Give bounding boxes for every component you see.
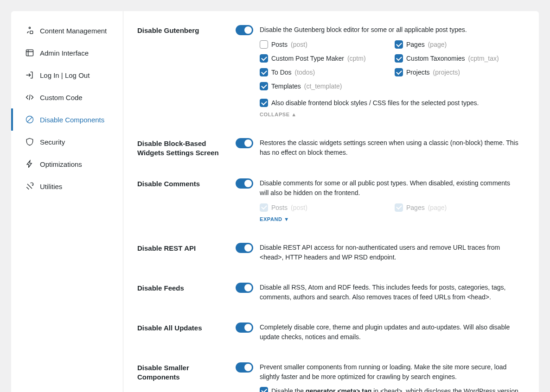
main-content: Disable Gutenberg Disable the Gutenberg … [123,11,539,392]
checkbox-generator-meta[interactable]: Disable the generator <meta> tag in <hea… [260,386,520,392]
checkbox-icon[interactable] [395,68,403,76]
content-management-icon [25,26,34,35]
checkbox-icon[interactable] [260,54,268,63]
checkbox-cptm-tax[interactable]: Custom Taxonomies (cptm_tax) [395,53,520,63]
svg-line-5 [29,95,30,100]
setting-disable-rest-api: Disable REST API Disable REST API access… [137,243,520,262]
svg-point-0 [29,27,30,29]
toggle-rest-api[interactable] [236,243,253,253]
sidebar: Content Management Admin Interface Log I… [11,11,123,392]
checkbox-disable-frontend-styles[interactable]: Also disable frontend block styles / CSS… [260,98,520,108]
sidebar-item-utilities[interactable]: Utilities [11,175,123,197]
checkbox-icon[interactable] [260,387,268,392]
sidebar-item-admin-interface[interactable]: Admin Interface [11,42,123,64]
checkbox-projects[interactable]: Projects (projects) [395,67,520,77]
checkbox-icon[interactable] [260,40,268,49]
smaller-components-list: Disable the generator <meta> tag in <hea… [260,386,520,392]
setting-title: Disable Gutenberg [137,25,226,35]
checkbox-cptm[interactable]: Custom Post Type Maker (cptm) [260,53,385,63]
custom-code-icon [25,93,34,102]
setting-block-widgets: Disable Block-Based Widgets Settings Scr… [137,138,520,158]
toggle-block-widgets[interactable] [236,138,253,148]
checkbox-templates[interactable]: Templates (ct_template) [260,81,385,91]
login-logout-icon [25,70,34,80]
expand-link[interactable]: EXPAND ▼ [260,216,289,222]
sidebar-item-label: Disable Components [40,116,104,124]
setting-desc: Completely disable core, theme and plugi… [260,322,520,342]
sidebar-item-security[interactable]: Security [11,131,123,153]
sidebar-item-custom-code[interactable]: Custom Code [11,86,123,108]
setting-desc: Prevent smaller components from running … [260,362,520,382]
svg-rect-2 [26,50,33,56]
setting-title: Disable Comments [137,178,226,189]
setting-disable-feeds: Disable Feeds Disable all RSS, Atom and … [137,283,520,302]
utilities-icon [25,182,34,191]
disable-components-icon [25,115,34,124]
setting-title: Disable Block-Based Widgets Settings Scr… [137,138,226,158]
setting-title: Disable Smaller Components [137,362,226,382]
toggle-smaller[interactable] [236,362,253,373]
shield-icon [25,137,34,146]
svg-line-7 [27,117,32,122]
setting-desc: Disable the Gutenberg block editor for s… [260,25,520,35]
sidebar-item-disable-components[interactable]: Disable Components [11,108,123,131]
checkbox-posts[interactable]: Posts (post) [260,39,385,50]
checkbox-icon[interactable] [395,54,403,63]
checkbox-icon[interactable] [260,99,268,107]
checkbox-icon [395,203,403,212]
toggle-updates[interactable] [236,322,253,333]
sidebar-item-label: Admin Interface [40,49,89,57]
toggle-feeds[interactable] [236,283,253,293]
setting-disable-gutenberg: Disable Gutenberg Disable the Gutenberg … [137,25,520,118]
setting-title: Disable Feeds [137,283,226,293]
checkbox-icon [260,203,268,212]
setting-desc: Disable all RSS, Atom and RDF feeds. Thi… [260,283,520,302]
sidebar-item-label: Custom Code [40,94,83,101]
checkbox-icon[interactable] [395,40,403,49]
sidebar-item-optimizations[interactable]: Optimizations [11,153,123,175]
checkbox-todos[interactable]: To Dos (todos) [260,67,385,77]
toggle-comments[interactable] [236,178,253,189]
lightning-icon [25,159,34,169]
gutenberg-post-types: Posts (post) Pages (page) Custom Post Ty… [260,39,520,91]
checkbox-icon[interactable] [260,82,268,90]
setting-desc: Restores the classic widgets settings sc… [260,138,520,158]
checkbox-pages-faded: Pages (page) [395,202,520,213]
sidebar-item-label: Optimizations [40,160,82,168]
admin-interface-icon [25,48,34,57]
setting-desc: Disable comments for some or all public … [260,178,520,198]
checkbox-posts-faded: Posts (post) [260,202,385,213]
sidebar-item-login-logout[interactable]: Log In | Log Out [11,64,123,86]
sidebar-item-content-management[interactable]: Content Management [11,19,123,42]
setting-desc: Disable REST API access for non-authenti… [260,243,520,262]
checkbox-icon[interactable] [260,68,268,76]
sidebar-item-label: Security [40,138,65,146]
setting-disable-smaller: Disable Smaller Components Prevent small… [137,362,520,392]
checkbox-pages[interactable]: Pages (page) [395,39,520,50]
setting-title: Disable All Updates [137,322,226,333]
setting-title: Disable REST API [137,243,226,253]
sidebar-item-label: Log In | Log Out [40,71,90,79]
svg-rect-1 [30,31,33,34]
sidebar-item-label: Content Management [40,27,107,35]
comments-post-types: Posts (post) Pages (page) [260,202,520,213]
setting-disable-comments: Disable Comments Disable comments for so… [137,178,520,222]
setting-disable-updates: Disable All Updates Completely disable c… [137,322,520,342]
sidebar-item-label: Utilities [40,183,62,190]
settings-panel: Content Management Admin Interface Log I… [11,11,539,392]
collapse-link[interactable]: COLLAPSE ▲ [260,112,297,117]
toggle-gutenberg[interactable] [236,25,253,35]
